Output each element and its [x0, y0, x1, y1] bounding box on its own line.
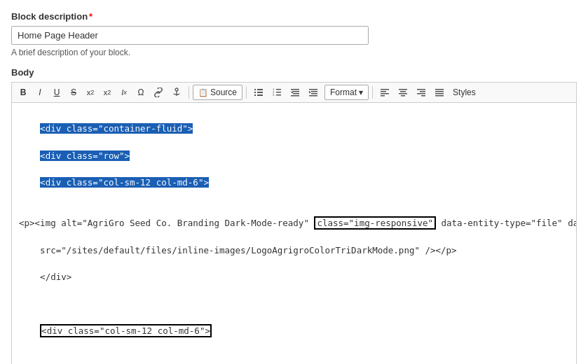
indent-increase-button[interactable]: [305, 85, 322, 100]
format-button[interactable]: Format ▾: [324, 85, 369, 100]
svg-marker-23: [309, 91, 311, 94]
svg-rect-39: [435, 95, 444, 97]
code-line-1: <div class="container-fluid">: [40, 123, 193, 134]
svg-rect-27: [381, 95, 385, 97]
svg-rect-32: [417, 89, 425, 90]
align-justify-icon: [435, 88, 444, 97]
body-label: Body: [11, 67, 577, 78]
list-unordered-icon: [254, 88, 264, 97]
svg-rect-19: [309, 89, 317, 90]
svg-rect-13: [276, 94, 281, 96]
source-button[interactable]: 📋 Source: [193, 85, 242, 100]
svg-rect-17: [291, 95, 299, 97]
underline-button[interactable]: U: [49, 85, 64, 100]
code-line-7: <div class="col-sm-12 col-md-6">: [40, 324, 212, 337]
align-right-button[interactable]: [413, 85, 430, 100]
indent-decrease-button[interactable]: [287, 85, 303, 100]
block-description-label: Block description*: [11, 11, 577, 22]
svg-rect-5: [257, 92, 263, 93]
styles-label: Styles: [453, 88, 476, 97]
svg-rect-15: [293, 91, 299, 92]
svg-rect-16: [293, 93, 299, 94]
svg-rect-7: [257, 94, 263, 96]
block-description-hint: A brief description of your block.: [11, 48, 577, 57]
svg-rect-4: [254, 92, 256, 93]
separator-2: [246, 86, 247, 99]
italic-button[interactable]: I: [32, 85, 48, 100]
align-justify-button[interactable]: [431, 85, 448, 100]
code-line-4: <p><img alt="AgriGro Seed Co. Branding D…: [19, 216, 577, 230]
source-icon: 📋: [198, 88, 208, 97]
svg-point-0: [175, 88, 178, 91]
list-ordered-icon: 1.2.3.: [272, 88, 282, 97]
code-line-5: src="/sites/default/files/inline-images/…: [40, 245, 457, 255]
svg-rect-24: [381, 89, 389, 90]
list-ordered-button[interactable]: 1.2.3.: [268, 85, 285, 100]
align-right-icon: [416, 88, 426, 97]
indent-increase-icon: [308, 88, 318, 97]
svg-rect-25: [381, 91, 386, 92]
link-button[interactable]: [150, 85, 167, 100]
svg-rect-21: [311, 93, 317, 94]
align-center-icon: [398, 88, 408, 97]
svg-rect-20: [311, 91, 317, 92]
svg-rect-29: [400, 91, 406, 92]
svg-rect-37: [435, 91, 444, 92]
separator-1: [189, 86, 189, 99]
align-left-icon: [380, 88, 390, 97]
svg-rect-11: [276, 92, 281, 93]
svg-rect-26: [381, 93, 389, 94]
bold-button[interactable]: B: [15, 85, 31, 100]
svg-rect-36: [435, 89, 444, 90]
list-unordered-button[interactable]: [250, 85, 267, 100]
remove-format-button[interactable]: Ix: [116, 85, 132, 100]
anchor-button[interactable]: [168, 85, 185, 100]
indent-decrease-icon: [290, 88, 300, 97]
subscript-button[interactable]: x2: [100, 85, 115, 100]
separator-3: [372, 86, 373, 99]
svg-text:3.: 3.: [273, 93, 275, 97]
svg-rect-34: [417, 93, 425, 94]
block-description-section: Block description* A brief description o…: [11, 11, 577, 57]
code-line-3: <div class="col-sm-12 col-md-6">: [40, 177, 209, 188]
code-line-6: </div>: [40, 272, 71, 282]
editor-toolbar: B I U S x2 x2 Ix Ω 📋 Source 1.2.3.: [11, 82, 577, 102]
source-label: Source: [210, 88, 237, 97]
align-left-button[interactable]: [376, 85, 393, 100]
svg-rect-28: [399, 89, 407, 90]
label-text: Block description: [11, 11, 88, 22]
editor-area[interactable]: <div class="container-fluid"> <div class…: [11, 102, 577, 364]
svg-rect-38: [435, 93, 444, 94]
svg-rect-31: [401, 95, 405, 97]
svg-rect-35: [421, 95, 425, 97]
format-chevron-icon: ▾: [359, 88, 363, 97]
code-line-2: <div class="row">: [40, 150, 130, 161]
link-icon: [153, 88, 163, 97]
svg-rect-14: [291, 89, 299, 90]
superscript-button[interactable]: x2: [83, 85, 98, 100]
special-char-button[interactable]: Ω: [133, 85, 149, 100]
svg-rect-3: [257, 89, 263, 90]
align-center-button[interactable]: [395, 85, 411, 100]
anchor-icon: [172, 88, 182, 97]
svg-rect-2: [254, 89, 256, 90]
svg-rect-33: [420, 91, 425, 92]
required-star: *: [89, 11, 93, 22]
svg-rect-9: [276, 89, 281, 90]
styles-button[interactable]: Styles: [449, 85, 479, 100]
svg-rect-30: [399, 93, 407, 94]
block-description-input[interactable]: [11, 26, 369, 45]
svg-rect-6: [254, 94, 256, 96]
svg-marker-18: [291, 91, 293, 94]
body-section: Body B I U S x2 x2 Ix Ω 📋 Source 1.2.3.: [11, 67, 577, 364]
svg-rect-22: [309, 95, 317, 97]
format-label: Format: [330, 88, 357, 97]
strikethrough-button[interactable]: S: [66, 85, 81, 100]
